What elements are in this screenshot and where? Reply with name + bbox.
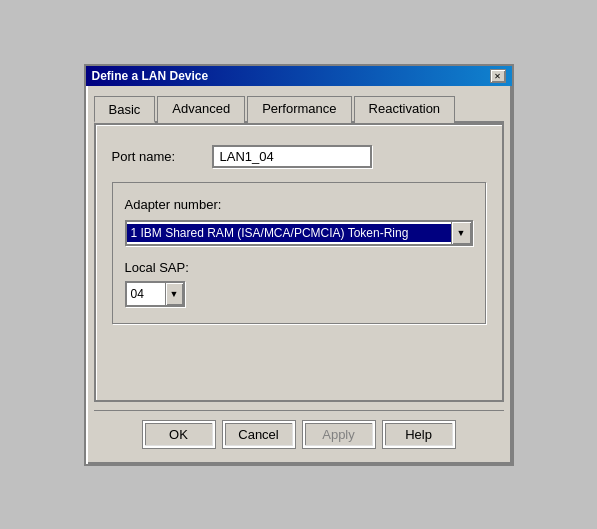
tab-bar: Basic Advanced Performance Reactivation (94, 94, 504, 123)
local-sap-text: 04 (127, 285, 165, 303)
dialog-title: Define a LAN Device (92, 69, 209, 83)
dialog: Define a LAN Device ✕ Basic Advanced Per… (84, 64, 514, 466)
tab-performance[interactable]: Performance (247, 96, 351, 123)
adapter-number-label: Adapter number: (125, 197, 473, 212)
adapter-dropdown-row: 1 IBM Shared RAM (ISA/MCA/PCMCIA) Token-… (125, 220, 473, 246)
local-sap-arrow[interactable]: ▼ (165, 283, 183, 305)
dialog-body: Basic Advanced Performance Reactivation … (86, 86, 512, 464)
button-bar: OK Cancel Apply Help (94, 410, 504, 456)
adapter-dropdown[interactable]: 1 IBM Shared RAM (ISA/MCA/PCMCIA) Token-… (125, 220, 473, 246)
tab-content: Port name: LAN1_04 Adapter number: 1 IBM… (94, 123, 504, 402)
tab-basic[interactable]: Basic (94, 96, 156, 123)
cancel-button[interactable]: Cancel (223, 421, 295, 448)
local-sap-dropdown[interactable]: 04 ▼ (125, 281, 185, 307)
adapter-selected-text: 1 IBM Shared RAM (ISA/MCA/PCMCIA) Token-… (127, 224, 451, 242)
tab-advanced[interactable]: Advanced (157, 96, 245, 123)
title-bar: Define a LAN Device ✕ (86, 66, 512, 86)
adapter-dropdown-arrow[interactable]: ▼ (451, 222, 471, 244)
port-name-label: Port name: (112, 149, 212, 164)
local-sap-label: Local SAP: (125, 260, 473, 275)
tab-reactivation[interactable]: Reactivation (354, 96, 456, 123)
spacer (112, 324, 486, 384)
port-name-input[interactable]: LAN1_04 (212, 145, 372, 168)
ok-button[interactable]: OK (143, 421, 215, 448)
apply-button[interactable]: Apply (303, 421, 375, 448)
adapter-group: Adapter number: 1 IBM Shared RAM (ISA/MC… (112, 182, 486, 324)
port-name-row: Port name: LAN1_04 (112, 145, 486, 168)
help-button[interactable]: Help (383, 421, 455, 448)
close-button[interactable]: ✕ (490, 69, 506, 83)
